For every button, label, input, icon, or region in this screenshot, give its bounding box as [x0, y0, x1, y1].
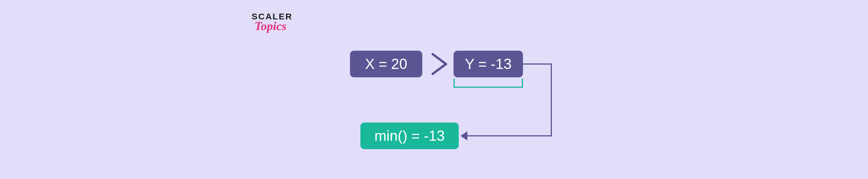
result-text: min() = -13 — [374, 127, 444, 144]
connector-line — [466, 135, 552, 136]
x-value-text: X = 20 — [365, 56, 407, 72]
arrow-left-icon — [461, 131, 467, 140]
y-value-text: Y = -13 — [465, 56, 512, 72]
y-value-box: Y = -13 — [454, 51, 523, 77]
connector-line — [523, 63, 552, 65]
greater-than-icon — [429, 52, 450, 76]
brand-logo: SCALER Topics — [252, 11, 292, 33]
result-box: min() = -13 — [361, 123, 459, 149]
selection-bracket — [454, 78, 523, 88]
connector-line — [551, 65, 552, 136]
x-value-box: X = 20 — [350, 51, 422, 77]
diagram-stage: X = 20 Y = -13 min() = -13 — [350, 51, 610, 161]
